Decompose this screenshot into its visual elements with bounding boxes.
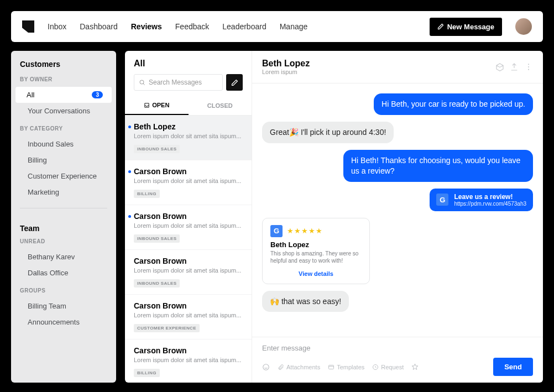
chat-contact-sub: Lorem ispum: [262, 69, 490, 75]
nav-manage[interactable]: Manage: [280, 22, 308, 31]
conv-tag: INBOUND SALES: [134, 234, 180, 243]
by-category-label: BY CATEGORY: [11, 126, 116, 136]
tab-closed[interactable]: CLOSED: [189, 96, 252, 115]
conversation-item[interactable]: Carson BrownLorem ispum dolor sit amet s…: [125, 295, 252, 339]
sidebar-title: Customers: [11, 60, 116, 76]
logo-icon: [22, 20, 34, 33]
sidebar-category-item[interactable]: Billing: [11, 152, 116, 168]
compose-icon: [437, 23, 444, 30]
top-bar: InboxDashboardReviewsFeedbackLeaderboard…: [11, 11, 543, 42]
incoming-message: Great🎉 I'll pick it up around 4:30!: [262, 122, 394, 143]
conv-name: Carson Brown: [134, 257, 243, 265]
conv-tag: CUSTOMER EXPERIENCE: [134, 324, 200, 332]
view-details-link[interactable]: View details: [270, 270, 362, 277]
new-message-label: New Message: [447, 23, 494, 31]
svg-point-0: [140, 80, 144, 84]
sidebar-unread-item[interactable]: Bethany Karev: [11, 249, 116, 265]
content-panel: All Search Messages OPEN CLOSED: [125, 51, 543, 383]
chat-pane: Beth Lopez Lorem ispum Hi Beth, your car…: [252, 51, 543, 383]
nav-dashboard[interactable]: Dashboard: [80, 22, 118, 31]
by-owner-label: BY OWNER: [11, 76, 116, 87]
list-title: All: [134, 59, 243, 69]
message-input[interactable]: Enter message: [262, 344, 533, 352]
conv-name: Carson Brown: [134, 346, 243, 355]
conversation-list: All Search Messages OPEN CLOSED: [125, 51, 252, 383]
conv-name: Carson Brown: [134, 212, 243, 221]
sidebar-unread-item[interactable]: Dallas Office: [11, 265, 116, 281]
conversation-item[interactable]: Carson BrownLorem ispum dolor sit amet s…: [125, 339, 252, 383]
more-icon[interactable]: [524, 62, 533, 71]
archive-icon[interactable]: [495, 62, 504, 71]
search-placeholder: Search Messages: [149, 79, 202, 86]
chat-contact-name: Beth Lopez: [262, 59, 490, 69]
templates-button[interactable]: Templates: [328, 364, 364, 370]
svg-point-2: [528, 66, 529, 67]
unread-dot-icon: [128, 170, 131, 173]
sidebar-category-item[interactable]: Marketing: [11, 184, 116, 200]
conv-name: Carson Brown: [134, 301, 243, 310]
conversation-item[interactable]: Carson BrownLorem ispum dolor sit amet s…: [125, 205, 252, 250]
attachments-button[interactable]: Attachments: [278, 364, 320, 370]
nav-inbox[interactable]: Inbox: [48, 22, 66, 31]
conv-preview: Lorem ispum dolor sit amet sita ispum...: [134, 133, 243, 139]
emoji-button[interactable]: [262, 363, 270, 371]
svg-point-4: [263, 364, 269, 370]
sidebar-owner-item[interactable]: Your Conversations: [11, 103, 116, 119]
request-button[interactable]: Request: [372, 364, 404, 370]
svg-point-3: [528, 69, 529, 70]
conv-tag: INBOUND SALES: [134, 279, 180, 288]
inbox-icon: [144, 102, 150, 108]
conversation-item[interactable]: Carson BrownLorem ispum dolor sit amet s…: [125, 160, 252, 205]
sidebar-category-item[interactable]: Inbound Sales: [11, 136, 116, 152]
conv-preview: Lorem ispum dolor sit amet sita ispum...: [134, 177, 243, 184]
review-card: G★★★★★Beth LopezThis shop is amazing. Th…: [262, 218, 370, 284]
conv-name: Carson Brown: [134, 167, 243, 176]
conv-preview: Lorem ispum dolor sit amet sita ispum...: [134, 357, 243, 363]
outgoing-message: Hi Beth! Thanks for choosing us, would y…: [343, 150, 533, 182]
unread-dot-icon: [128, 215, 131, 218]
team-title: Team: [11, 216, 116, 238]
conv-preview: Lorem ispum dolor sit amet sita ispum...: [134, 312, 243, 318]
search-icon: [139, 79, 145, 86]
new-message-button[interactable]: New Message: [430, 18, 502, 36]
search-input[interactable]: Search Messages: [134, 74, 223, 91]
send-button[interactable]: Send: [493, 358, 533, 376]
groups-label: GROUPS: [11, 288, 116, 298]
google-icon: G: [270, 225, 283, 237]
sidebar: Customers BY OWNER All3Your Conversation…: [11, 51, 116, 383]
sidebar-category-item[interactable]: Customer Experience: [11, 168, 116, 184]
outgoing-message: Hi Beth, your car is ready to be picked …: [374, 93, 533, 115]
tab-open[interactable]: OPEN: [125, 96, 189, 115]
google-icon: G: [436, 194, 448, 206]
conversation-item[interactable]: Beth LopezLorem ispum dolor sit amet sit…: [125, 116, 252, 160]
composer: Enter message Attachments Templates Requ…: [252, 337, 543, 383]
incoming-message: 🙌 that was so easy!: [262, 291, 349, 312]
main-nav: InboxDashboardReviewsFeedbackLeaderboard…: [48, 22, 416, 31]
star-rating-icon: ★★★★★: [287, 227, 323, 235]
upload-icon[interactable]: [510, 62, 519, 71]
conv-preview: Lorem ispum dolor sit amet sita ispum...: [134, 222, 243, 229]
conv-name: Beth Lopez: [134, 122, 243, 131]
pencil-icon: [231, 79, 238, 86]
nav-leaderboard[interactable]: Leaderboard: [222, 22, 266, 31]
conv-tag: BILLING: [134, 369, 160, 377]
sidebar-group-item[interactable]: Billing Team: [11, 298, 116, 314]
svg-rect-5: [329, 365, 334, 369]
nav-feedback[interactable]: Feedback: [175, 22, 209, 31]
unread-label: UNREAD: [11, 238, 116, 249]
user-avatar[interactable]: [515, 18, 532, 35]
sidebar-owner-item[interactable]: All3: [15, 87, 112, 103]
star-button[interactable]: [411, 363, 419, 370]
conv-tag: INBOUND SALES: [134, 145, 180, 153]
count-badge: 3: [92, 91, 103, 98]
conv-preview: Lorem ispum dolor sit amet sita ispum...: [134, 267, 243, 274]
unread-dot-icon: [128, 126, 131, 128]
nav-reviews[interactable]: Reviews: [131, 22, 162, 31]
conv-tag: BILLING: [134, 190, 160, 198]
svg-point-1: [528, 64, 529, 65]
review-link-card[interactable]: GLeave us a review!https://pdm.rvw.com/4…: [430, 189, 533, 211]
conversation-item[interactable]: Carson BrownLorem ispum dolor sit amet s…: [125, 250, 252, 295]
compose-button[interactable]: [226, 74, 243, 91]
sidebar-group-item[interactable]: Announcements: [11, 314, 116, 330]
